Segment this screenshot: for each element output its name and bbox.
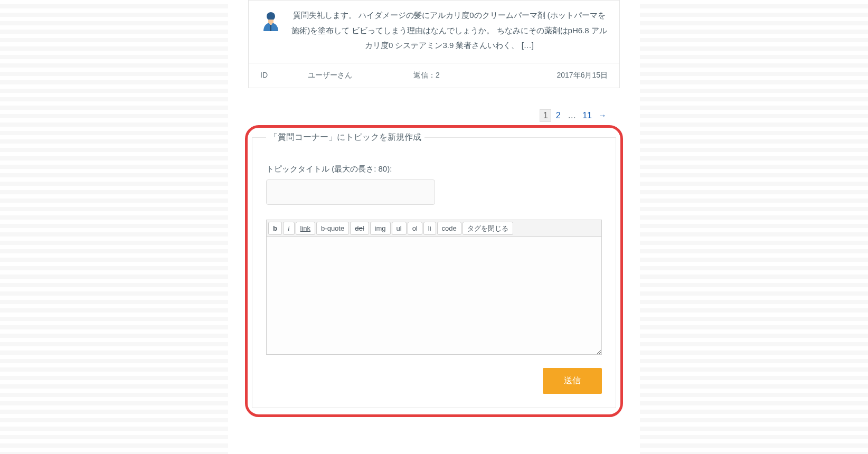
svg-point-0 <box>267 12 275 21</box>
toolbar-code-button[interactable]: code <box>437 222 461 235</box>
toolbar-del-button[interactable]: del <box>350 222 369 235</box>
pagination-page-→[interactable]: → <box>596 109 609 122</box>
post-text: 質問失礼します。 ハイダメージの髪にアルカリ度0のクリームパーマ剤 (ホットパー… <box>291 8 608 53</box>
pagination-page-1[interactable]: 1 <box>540 109 551 122</box>
pagination-page-11[interactable]: 11 <box>580 109 595 122</box>
new-topic-form: 「質問コーナー」にトピックを新規作成 トピックタイトル (最大の長さ: 80):… <box>252 132 616 409</box>
highlight-box: 「質問コーナー」にトピックを新規作成 トピックタイトル (最大の長さ: 80):… <box>245 125 623 418</box>
toolbar-bquote-button[interactable]: b-quote <box>316 222 349 235</box>
toolbar-img-button[interactable]: img <box>370 222 391 235</box>
toolbar-li-button[interactable]: li <box>423 222 436 235</box>
toolbar-link-button[interactable]: link <box>296 222 316 235</box>
pagination-ellipsis: … <box>565 109 579 122</box>
meta-user: ユーザーさん <box>308 71 413 80</box>
svg-rect-2 <box>270 25 271 31</box>
pagination: 12…11→ <box>239 109 609 122</box>
svg-rect-1 <box>268 20 273 23</box>
toolbar-close-tags-button[interactable]: タグを閉じる <box>463 222 513 235</box>
editor-toolbar: b i link b-quote del img ul ol li code タ… <box>266 220 602 237</box>
toolbar-italic-button[interactable]: i <box>283 222 295 235</box>
meta-id-label: ID <box>260 71 308 80</box>
post-meta-row: ID ユーザーさん 返信：2 2017年6月15日 <box>249 63 619 88</box>
submit-row: 送信 <box>266 368 602 394</box>
submit-button[interactable]: 送信 <box>543 368 602 394</box>
post-body: 質問失礼します。 ハイダメージの髪にアルカリ度0のクリームパーマ剤 (ホットパー… <box>249 1 619 63</box>
pagination-page-2[interactable]: 2 <box>552 109 564 122</box>
form-legend: 「質問コーナー」にトピックを新規作成 <box>266 132 424 143</box>
avatar-icon <box>260 10 281 31</box>
meta-date: 2017年6月15日 <box>487 71 608 80</box>
topic-body-textarea[interactable] <box>266 237 602 355</box>
toolbar-ol-button[interactable]: ol <box>408 222 422 235</box>
meta-replies: 返信：2 <box>413 71 487 80</box>
toolbar-bold-button[interactable]: b <box>268 222 282 235</box>
topic-title-input[interactable] <box>266 179 435 205</box>
post-card: 質問失礼します。 ハイダメージの髪にアルカリ度0のクリームパーマ剤 (ホットパー… <box>248 0 620 88</box>
topic-title-label: トピックタイトル (最大の長さ: 80): <box>266 164 602 174</box>
toolbar-ul-button[interactable]: ul <box>392 222 407 235</box>
